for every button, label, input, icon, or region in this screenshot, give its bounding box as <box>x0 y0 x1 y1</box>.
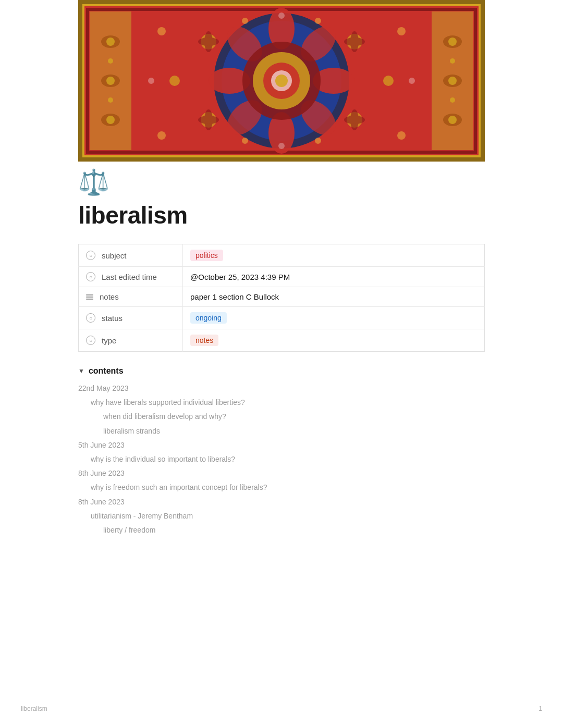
hero-image <box>78 0 485 162</box>
last-edited-date: @October 25, 2023 4:39 PM <box>190 273 290 281</box>
svg-point-49 <box>198 116 219 124</box>
svg-point-52 <box>397 27 406 35</box>
toc-link[interactable]: why is the individual so important to li… <box>91 455 235 463</box>
toc-item: 22nd May 2023 <box>78 381 485 395</box>
property-label-type[interactable]: ○ type <box>79 329 183 352</box>
svg-point-47 <box>198 38 219 46</box>
svg-point-18 <box>448 77 457 85</box>
toc-list: 22nd May 2023 why have liberals supporte… <box>78 381 485 537</box>
toc-link[interactable]: utilitarianism - Jeremy Bentham <box>91 512 193 520</box>
toc-link[interactable]: why have liberals supported individual l… <box>91 398 245 406</box>
footer-page-number: 1 <box>538 705 542 712</box>
toc-item: liberalism strands <box>103 424 485 438</box>
svg-point-58 <box>315 138 321 144</box>
toc-link[interactable]: why is freedom such an important concept… <box>91 483 267 491</box>
toc-link[interactable]: 8th June 2023 <box>78 498 125 506</box>
toc-item: why have liberals supported individual l… <box>91 395 485 409</box>
svg-point-42 <box>383 76 394 86</box>
svg-point-41 <box>169 76 180 86</box>
contents-header[interactable]: ▼ contents <box>78 366 485 376</box>
contents-section: ▼ contents 22nd May 2023 why have libera… <box>78 366 485 537</box>
properties-table: ○ subject politics ○ Last edited time <box>78 244 485 352</box>
svg-point-55 <box>242 18 248 24</box>
svg-point-13 <box>108 97 113 103</box>
property-label-subject[interactable]: ○ subject <box>79 244 183 267</box>
property-value-notes[interactable]: paper 1 section C Bullock <box>183 287 485 307</box>
toc-link[interactable]: liberty / freedom <box>103 526 155 534</box>
toc-link[interactable]: 22nd May 2023 <box>78 384 129 392</box>
svg-point-12 <box>108 58 113 64</box>
svg-point-10 <box>106 77 115 85</box>
property-label-notes[interactable]: notes <box>79 287 183 307</box>
property-label-status[interactable]: ○ status <box>79 307 183 329</box>
svg-point-36 <box>275 75 288 87</box>
notes-label-text: notes <box>100 292 119 301</box>
svg-point-53 <box>157 131 166 140</box>
type-tag[interactable]: notes <box>190 335 218 346</box>
svg-point-9 <box>106 38 115 46</box>
svg-point-60 <box>409 78 415 84</box>
property-value-status[interactable]: ongoing <box>183 307 485 329</box>
status-icon: ○ <box>86 313 95 323</box>
toc-item: 8th June 2023 <box>78 495 485 509</box>
property-row-last-edited: ○ Last edited time @October 25, 2023 4:3… <box>79 267 485 287</box>
subject-label-text: subject <box>102 251 127 260</box>
toc-link[interactable]: 5th June 2023 <box>78 441 125 449</box>
page-icon: ⚖️ <box>78 170 485 195</box>
svg-point-56 <box>315 18 321 24</box>
toc-item: utilitarianism - Jeremy Bentham <box>91 509 485 523</box>
type-label-text: type <box>102 336 116 345</box>
toc-link[interactable]: 8th June 2023 <box>78 469 125 477</box>
svg-point-61 <box>278 13 285 19</box>
footer-title: liberalism <box>21 705 47 712</box>
toc-link[interactable]: liberalism strands <box>103 427 160 435</box>
page-footer: liberalism 1 <box>21 705 542 712</box>
subject-icon: ○ <box>86 251 95 260</box>
status-tag[interactable]: ongoing <box>190 312 227 324</box>
property-value-subject[interactable]: politics <box>183 244 485 267</box>
svg-point-11 <box>106 116 115 124</box>
svg-point-59 <box>148 78 154 84</box>
last-edited-label-text: Last edited time <box>102 273 157 281</box>
svg-point-51 <box>157 27 166 35</box>
toc-item: liberty / freedom <box>103 523 485 537</box>
toc-item: 8th June 2023 <box>78 466 485 480</box>
notes-value: paper 1 section C Bullock <box>190 292 279 301</box>
svg-point-20 <box>450 58 455 64</box>
property-row-subject: ○ subject politics <box>79 244 485 267</box>
toc-item: 5th June 2023 <box>78 438 485 452</box>
property-label-last-edited[interactable]: ○ Last edited time <box>79 267 183 287</box>
toc-item: why is freedom such an important concept… <box>91 480 485 494</box>
property-row-notes: notes paper 1 section C Bullock <box>79 287 485 307</box>
svg-point-62 <box>278 143 285 149</box>
page-title: liberalism <box>78 201 485 229</box>
toc-link[interactable]: when did liberalism develop and why? <box>103 412 226 421</box>
svg-point-21 <box>450 97 455 103</box>
toc-item: when did liberalism develop and why? <box>103 409 485 423</box>
svg-point-50 <box>344 116 365 124</box>
svg-point-54 <box>397 131 406 140</box>
status-label-text: status <box>102 314 123 323</box>
svg-point-19 <box>448 116 457 124</box>
contents-header-label: contents <box>89 366 124 376</box>
last-edited-icon: ○ <box>86 272 95 281</box>
svg-point-48 <box>344 38 365 46</box>
subject-tag[interactable]: politics <box>190 250 223 261</box>
contents-toggle-icon[interactable]: ▼ <box>78 367 84 375</box>
property-row-type: ○ type notes <box>79 329 485 352</box>
svg-point-57 <box>242 138 248 144</box>
property-value-type[interactable]: notes <box>183 329 485 352</box>
svg-point-17 <box>448 38 457 46</box>
type-icon: ○ <box>86 336 95 345</box>
property-row-status: ○ status ongoing <box>79 307 485 329</box>
property-value-last-edited: @October 25, 2023 4:39 PM <box>183 267 485 287</box>
notes-lines-icon <box>86 294 93 300</box>
toc-item: why is the individual so important to li… <box>91 452 485 466</box>
